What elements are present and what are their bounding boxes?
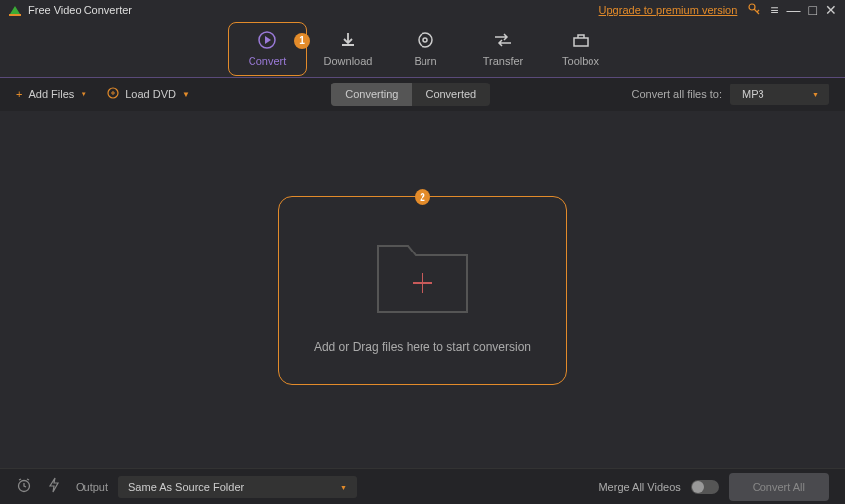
target-label: Convert all files to: xyxy=(632,88,722,100)
titlebar-left: Free Video Converter xyxy=(8,4,132,16)
download-icon xyxy=(338,31,358,49)
convert-target-group: Convert all files to: MP3 xyxy=(632,84,829,105)
nav-label: Transfer xyxy=(483,55,524,67)
app-title: Free Video Converter xyxy=(28,4,132,16)
output-folder-value: Same As Source Folder xyxy=(128,481,244,493)
nav-label: Convert xyxy=(249,55,287,67)
main-nav: Convert 1 Download Burn Transfer Toolbox xyxy=(0,20,845,78)
svg-point-8 xyxy=(423,38,427,42)
chevron-down-icon: ▼ xyxy=(80,90,87,99)
svg-point-10 xyxy=(108,88,118,98)
flash-icon[interactable] xyxy=(48,477,60,497)
svg-marker-15 xyxy=(50,478,58,492)
nav-convert[interactable]: Convert 1 xyxy=(228,22,307,76)
convert-icon xyxy=(257,31,277,49)
dropzone[interactable]: 2 Add or Drag files here to start conver… xyxy=(278,196,567,385)
clock-icon[interactable] xyxy=(16,477,32,497)
tab-converted[interactable]: Converted xyxy=(412,83,490,106)
target-format-value: MP3 xyxy=(742,88,764,100)
svg-rect-1 xyxy=(9,14,21,16)
svg-marker-6 xyxy=(265,36,271,44)
titlebar-right: Upgrade to premium version ≡ — □ ✕ xyxy=(599,2,837,18)
plus-icon: + xyxy=(16,88,22,100)
footer: Output Same As Source Folder Merge All V… xyxy=(0,468,845,504)
main-area: 2 Add or Drag files here to start conver… xyxy=(0,111,845,469)
window-controls: ≡ — □ ✕ xyxy=(770,3,837,17)
chevron-down-icon: ▼ xyxy=(182,90,190,99)
load-dvd-button[interactable]: Load DVD ▼ xyxy=(107,87,190,101)
nav-label: Burn xyxy=(414,55,436,67)
target-format-select[interactable]: MP3 xyxy=(730,84,829,105)
nav-download[interactable]: Download xyxy=(309,31,387,67)
add-files-label: Add Files xyxy=(28,88,74,100)
merge-toggle[interactable] xyxy=(691,480,719,494)
svg-rect-9 xyxy=(574,38,588,46)
disc-icon xyxy=(107,87,119,101)
titlebar: Free Video Converter Upgrade to premium … xyxy=(0,0,845,20)
nav-burn[interactable]: Burn xyxy=(387,31,464,67)
maximize-icon[interactable]: □ xyxy=(809,3,817,17)
add-files-button[interactable]: + Add Files ▼ xyxy=(16,88,87,100)
merge-label: Merge All Videos xyxy=(598,481,680,493)
convert-all-button[interactable]: Convert All xyxy=(729,473,829,501)
app-logo-icon xyxy=(8,4,22,16)
nav-transfer[interactable]: Transfer xyxy=(464,31,542,67)
dropzone-text: Add or Drag files here to start conversi… xyxy=(314,340,531,354)
menu-icon[interactable]: ≡ xyxy=(770,3,778,17)
output-folder-select[interactable]: Same As Source Folder xyxy=(118,476,357,498)
step-badge-1: 1 xyxy=(294,33,310,49)
burn-icon xyxy=(416,31,435,49)
minimize-icon[interactable]: — xyxy=(787,3,801,17)
svg-point-7 xyxy=(419,33,432,47)
close-icon[interactable]: ✕ xyxy=(825,3,837,17)
status-tabs: Converting Converted xyxy=(331,83,490,106)
svg-line-4 xyxy=(757,10,759,12)
nav-label: Download xyxy=(324,55,373,67)
upgrade-link[interactable]: Upgrade to premium version xyxy=(599,4,738,16)
load-dvd-label: Load DVD xyxy=(125,88,176,100)
toolbox-icon xyxy=(571,31,591,49)
output-label: Output xyxy=(76,481,108,493)
nav-toolbox[interactable]: Toolbox xyxy=(542,31,619,67)
transfer-icon xyxy=(493,31,513,49)
merge-group: Merge All Videos Convert All xyxy=(598,473,829,501)
output-group: Output Same As Source Folder xyxy=(76,476,357,498)
key-icon[interactable] xyxy=(747,2,760,18)
toolbar: + Add Files ▼ Load DVD ▼ Converting Conv… xyxy=(0,78,845,111)
nav-label: Toolbox xyxy=(562,55,599,67)
folder-plus-icon xyxy=(368,228,477,322)
svg-marker-0 xyxy=(10,6,20,14)
step-badge-2: 2 xyxy=(415,189,430,205)
svg-point-11 xyxy=(112,92,114,94)
tab-converting[interactable]: Converting xyxy=(331,83,412,106)
